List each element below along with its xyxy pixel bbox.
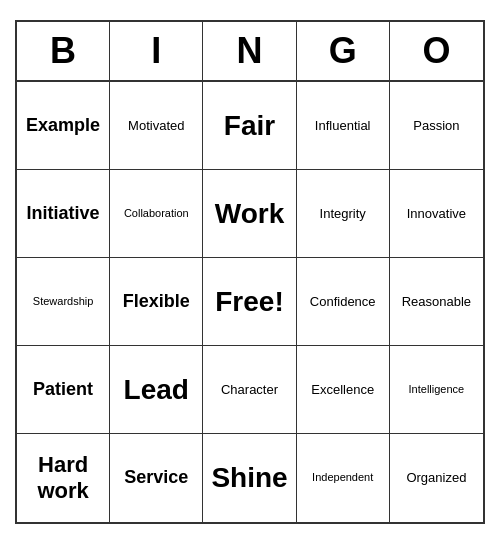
cell-text: Intelligence — [409, 383, 465, 396]
cell-text: Free! — [215, 285, 283, 319]
bingo-cell: Confidence — [297, 258, 390, 346]
cell-text: Motivated — [128, 118, 184, 134]
cell-text: Organized — [406, 470, 466, 486]
cell-text: Flexible — [123, 291, 190, 313]
cell-text: Independent — [312, 471, 373, 484]
cell-text: Stewardship — [33, 295, 94, 308]
bingo-cell: Character — [203, 346, 296, 434]
cell-text: Work — [215, 197, 285, 231]
bingo-header: BINGO — [17, 22, 483, 82]
cell-text: Shine — [211, 461, 287, 495]
bingo-cell: Organized — [390, 434, 483, 522]
bingo-cell: Stewardship — [17, 258, 110, 346]
bingo-cell: Independent — [297, 434, 390, 522]
header-letter: B — [17, 22, 110, 80]
cell-text: Fair — [224, 109, 275, 143]
cell-text: Confidence — [310, 294, 376, 310]
header-letter: O — [390, 22, 483, 80]
cell-text: Excellence — [311, 382, 374, 398]
bingo-grid: ExampleMotivatedFairInfluentialPassionIn… — [17, 82, 483, 522]
bingo-cell: Free! — [203, 258, 296, 346]
cell-text: Character — [221, 382, 278, 398]
bingo-cell: Flexible — [110, 258, 203, 346]
bingo-cell: Fair — [203, 82, 296, 170]
bingo-cell: Initiative — [17, 170, 110, 258]
bingo-cell: Passion — [390, 82, 483, 170]
cell-text: Service — [124, 467, 188, 489]
bingo-cell: Integrity — [297, 170, 390, 258]
bingo-card: BINGO ExampleMotivatedFairInfluentialPas… — [15, 20, 485, 524]
cell-text: Passion — [413, 118, 459, 134]
bingo-cell: Excellence — [297, 346, 390, 434]
bingo-cell: Lead — [110, 346, 203, 434]
bingo-cell: Intelligence — [390, 346, 483, 434]
cell-text: Lead — [124, 373, 189, 407]
cell-text: Example — [26, 115, 100, 137]
cell-text: Innovative — [407, 206, 466, 222]
bingo-cell: Example — [17, 82, 110, 170]
cell-text: Patient — [33, 379, 93, 401]
bingo-cell: Collaboration — [110, 170, 203, 258]
cell-text: Influential — [315, 118, 371, 134]
bingo-cell: Service — [110, 434, 203, 522]
bingo-cell: Innovative — [390, 170, 483, 258]
bingo-cell: Influential — [297, 82, 390, 170]
header-letter: G — [297, 22, 390, 80]
header-letter: I — [110, 22, 203, 80]
cell-text: Hard work — [21, 452, 105, 505]
cell-text: Reasonable — [402, 294, 471, 310]
bingo-cell: Shine — [203, 434, 296, 522]
cell-text: Integrity — [320, 206, 366, 222]
bingo-cell: Reasonable — [390, 258, 483, 346]
bingo-cell: Work — [203, 170, 296, 258]
bingo-cell: Hard work — [17, 434, 110, 522]
cell-text: Initiative — [27, 203, 100, 225]
header-letter: N — [203, 22, 296, 80]
cell-text: Collaboration — [124, 207, 189, 220]
bingo-cell: Motivated — [110, 82, 203, 170]
bingo-cell: Patient — [17, 346, 110, 434]
